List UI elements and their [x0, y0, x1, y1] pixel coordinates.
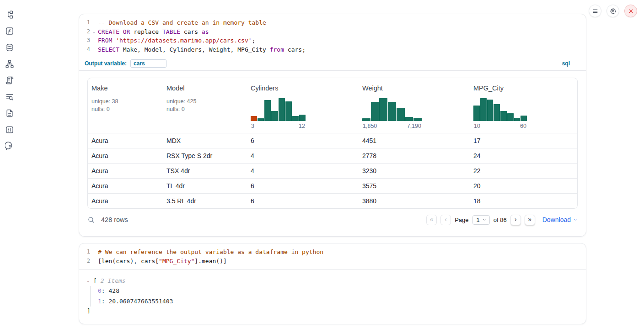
language-badge: sql	[562, 60, 570, 67]
line-number: 1	[79, 248, 90, 257]
functions-icon[interactable]	[5, 26, 14, 36]
line-number: 1	[79, 18, 90, 27]
hamburger-icon	[592, 8, 599, 15]
code-line[interactable]: 2 ⌄ CREATE OR replace TABLE cars as	[79, 27, 586, 37]
settings-button[interactable]	[606, 5, 619, 17]
entry-value: 428	[108, 287, 119, 294]
line-number: 3	[79, 36, 90, 45]
page-label: Page	[455, 217, 468, 223]
histogram-bar	[258, 118, 264, 121]
histogram-bar	[473, 106, 480, 121]
histogram-bar	[480, 98, 487, 121]
list-entry: 0: 428	[98, 286, 578, 296]
histogram-bar	[251, 116, 257, 121]
histogram-axis: 1,8507,190	[362, 123, 422, 129]
pagination: « ‹ Page 1 of 86 › » Download	[426, 215, 578, 225]
histogram-bar	[413, 118, 422, 121]
code-line[interactable]: 1 # We can reference the output variable…	[79, 248, 586, 257]
histogram-bar	[487, 100, 494, 121]
open-bracket: [	[93, 277, 97, 284]
list-entries: 0: 428 1: 20.060747663551403	[90, 286, 578, 307]
list-entry: 1: 20.060747663551403	[98, 296, 578, 307]
python-cell: 1 # We can reference the output variable…	[79, 243, 586, 324]
prev-page-button[interactable]: ‹	[440, 215, 451, 225]
table-footer: 428 rows « ‹ Page 1 of 86 › » Download	[87, 210, 578, 230]
histogram-bar	[362, 118, 370, 121]
unique-stat: unique: 425	[166, 98, 243, 106]
histogram-bar	[494, 104, 500, 121]
histogram-bar	[371, 102, 379, 121]
column-header-make[interactable]: Make unique: 38 nulls: 0	[88, 78, 163, 133]
table-row[interactable]: Acura3.5 RL 4dr6388018	[88, 193, 577, 208]
first-page-button[interactable]: «	[426, 215, 437, 225]
sql-cell-output: Make unique: 38 nulls: 0 Model unique: 4…	[79, 71, 586, 236]
row-count: 428 rows	[101, 216, 128, 223]
code-line[interactable]: 2 [len(cars), cars["MPG_City"].mean()]	[79, 257, 586, 266]
histogram-bar	[500, 111, 507, 121]
histogram-bar	[388, 102, 396, 121]
table-row[interactable]: AcuraMDX6445117	[88, 133, 577, 148]
search-icon[interactable]	[87, 216, 95, 224]
left-sidebar	[0, 0, 19, 151]
file-explorer-icon[interactable]	[5, 10, 14, 19]
unique-stat: unique: 38	[91, 98, 159, 106]
table-row[interactable]: AcuraTL 4dr6357520	[88, 178, 577, 193]
column-header-weight[interactable]: Weight 1,8507,190	[359, 78, 470, 133]
histogram-axis: 1060	[473, 123, 527, 129]
histogram-bar	[507, 113, 514, 121]
table-row[interactable]: AcuraTSX 4dr4323022	[88, 163, 577, 178]
menu-button[interactable]	[589, 5, 601, 17]
table-header: Make unique: 38 nulls: 0 Model unique: 4…	[88, 78, 577, 133]
dependency-graph-icon[interactable]	[5, 59, 14, 69]
scratchpad-icon[interactable]	[5, 76, 14, 85]
histogram-bar	[397, 108, 405, 121]
weight-histogram	[362, 97, 422, 121]
fold-chevron-icon[interactable]: ⌄	[90, 27, 98, 37]
histogram-bar	[514, 118, 521, 121]
column-header-mpg-city[interactable]: MPG_City 1060	[470, 78, 577, 133]
datasources-icon[interactable]	[5, 43, 14, 52]
column-header-model[interactable]: Model unique: 425 nulls: 0	[163, 78, 247, 133]
python-code-editor[interactable]: 1 # We can reference the output variable…	[79, 243, 586, 269]
table-row[interactable]: AcuraRSX Type S 2dr4277824	[88, 148, 577, 163]
line-number: 2	[79, 257, 90, 266]
next-page-button[interactable]: ›	[510, 215, 521, 225]
last-page-button[interactable]: »	[525, 215, 535, 225]
nulls-stat: nulls: 0	[166, 106, 243, 113]
histogram-bar	[279, 98, 285, 121]
code-line[interactable]: 4 SELECT Make, Model, Cylinders, Weight,…	[79, 45, 586, 54]
sql-code-editor[interactable]: 1 -- Download a CSV and create an in-mem…	[79, 14, 586, 58]
output-variable-input[interactable]	[130, 59, 166, 68]
code-line[interactable]: 3 FROM 'https://datasets.marimo.app/cars…	[79, 36, 586, 45]
notebook: 1 -- Download a CSV and create an in-mem…	[79, 14, 586, 324]
output-variable-label: Output variable:	[85, 60, 127, 67]
histogram-bar	[379, 98, 387, 121]
histogram-bar	[405, 117, 413, 121]
close-bracket: ]	[87, 307, 578, 316]
output-variable-row: Output variable: sql	[79, 58, 586, 70]
sql-cell: 1 -- Download a CSV and create an in-mem…	[79, 14, 586, 237]
gear-icon	[610, 8, 617, 15]
page-select[interactable]: 1	[472, 215, 490, 225]
line-number: 4	[79, 45, 90, 54]
chevron-down-icon	[482, 217, 487, 222]
documentation-icon[interactable]	[5, 109, 14, 118]
column-header-cylinders[interactable]: Cylinders 312	[247, 78, 359, 133]
logs-icon[interactable]	[5, 92, 14, 101]
page-of-label: of 86	[494, 217, 507, 223]
mpg-city-histogram	[473, 97, 527, 121]
python-comment: # We can reference the output variable a…	[98, 248, 323, 255]
download-button[interactable]: Download	[542, 216, 578, 223]
line-number: 2	[79, 27, 90, 37]
chevron-down-icon	[573, 217, 578, 222]
collapse-chevron-icon[interactable]: ⌄	[87, 278, 93, 283]
help-icon[interactable]	[5, 142, 14, 151]
items-count-label: 2 Items	[101, 277, 126, 284]
close-button[interactable]	[624, 5, 637, 17]
code-line[interactable]: 1 -- Download a CSV and create an in-mem…	[79, 18, 586, 27]
notebook-actions	[589, 5, 637, 17]
sql-comment: -- Download a CSV and create an in-memor…	[98, 19, 266, 26]
snippets-icon[interactable]	[5, 125, 14, 134]
close-icon	[628, 8, 634, 15]
histogram-bar	[264, 100, 271, 121]
